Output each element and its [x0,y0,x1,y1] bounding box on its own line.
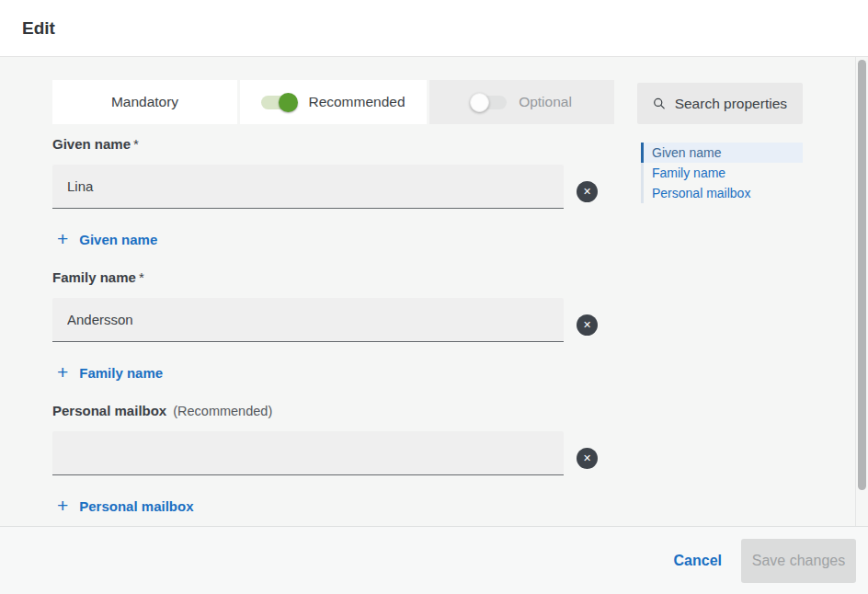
search-icon [653,95,666,112]
add-personal-mailbox-button[interactable]: + Personal mailbox [57,495,193,517]
personal-mailbox-input[interactable] [52,431,564,475]
clear-icon: ✕ [583,187,591,197]
given-name-label: Given name* [52,136,139,154]
tab-mandatory-label: Mandatory [111,94,178,110]
optional-toggle[interactable] [472,96,507,109]
given-name-clear-button[interactable]: ✕ [577,181,598,202]
edit-dialog: Edit Mandatory Recommended Optional Sear… [0,0,868,594]
save-changes-button[interactable]: Save changes [741,539,856,583]
search-properties-label: Search properties [675,96,787,112]
given-name-input[interactable] [52,165,564,209]
nav-item-given-name[interactable]: Given name [641,143,803,163]
tab-recommended-label: Recommended [308,94,405,110]
clear-icon: ✕ [583,453,591,463]
add-family-name-button[interactable]: + Family name [57,361,163,383]
properties-nav: Given name Family name Personal mailbox [641,143,803,203]
add-given-name-button[interactable]: + Given name [57,228,157,250]
add-family-name-label: Family name [79,365,163,381]
required-marker: * [133,136,139,152]
family-name-clear-button[interactable]: ✕ [577,314,598,336]
add-given-name-label: Given name [79,232,157,247]
tab-optional[interactable]: Optional [429,80,614,124]
dialog-footer: Cancel Save changes [0,526,868,594]
add-personal-mailbox-label: Personal mailbox [79,498,193,514]
toggle-knob [470,93,489,112]
plus-icon: + [57,363,68,382]
tab-optional-label: Optional [519,94,572,110]
search-properties-button[interactable]: Search properties [637,83,803,124]
personal-mailbox-clear-button[interactable]: ✕ [577,448,598,469]
nav-item-family-name[interactable]: Family name [641,163,803,183]
tab-recommended[interactable]: Recommended [240,80,427,124]
dialog-title: Edit [22,0,55,56]
scrollbar-thumb[interactable] [858,60,866,490]
plus-icon: + [57,497,68,515]
nav-item-personal-mailbox[interactable]: Personal mailbox [641,183,803,203]
family-name-label: Family name* [52,269,144,288]
scrollbar-track-divider [855,57,856,526]
recommended-toggle[interactable] [261,96,296,109]
dialog-header: Edit [0,0,868,57]
recommended-hint: (Recommended) [173,404,272,418]
tab-mandatory[interactable]: Mandatory [52,80,237,124]
toggle-knob [279,93,298,112]
family-name-input[interactable] [52,298,564,342]
plus-icon: + [57,230,68,248]
cancel-button[interactable]: Cancel [670,553,725,569]
clear-icon: ✕ [583,320,591,330]
personal-mailbox-label: Personal mailbox(Recommended) [52,403,272,421]
required-marker: * [139,269,144,285]
